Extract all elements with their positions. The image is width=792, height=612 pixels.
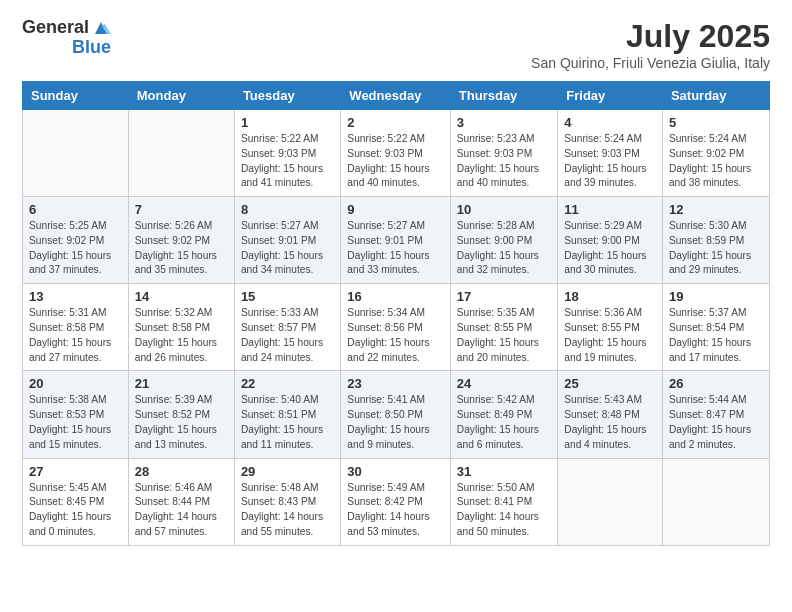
calendar-cell: 16Sunrise: 5:34 AMSunset: 8:56 PMDayligh…: [341, 284, 450, 371]
day-info: Sunrise: 5:41 AMSunset: 8:50 PMDaylight:…: [347, 393, 443, 452]
day-number: 14: [135, 289, 228, 304]
day-number: 20: [29, 376, 122, 391]
day-number: 24: [457, 376, 551, 391]
day-info: Sunrise: 5:43 AMSunset: 8:48 PMDaylight:…: [564, 393, 656, 452]
day-number: 31: [457, 464, 551, 479]
weekday-header-sunday: Sunday: [23, 82, 129, 110]
calendar-cell: 29Sunrise: 5:48 AMSunset: 8:43 PMDayligh…: [234, 458, 340, 545]
day-info: Sunrise: 5:34 AMSunset: 8:56 PMDaylight:…: [347, 306, 443, 365]
weekday-header-monday: Monday: [128, 82, 234, 110]
day-number: 16: [347, 289, 443, 304]
day-number: 15: [241, 289, 334, 304]
day-info: Sunrise: 5:29 AMSunset: 9:00 PMDaylight:…: [564, 219, 656, 278]
day-info: Sunrise: 5:32 AMSunset: 8:58 PMDaylight:…: [135, 306, 228, 365]
day-info: Sunrise: 5:24 AMSunset: 9:03 PMDaylight:…: [564, 132, 656, 191]
calendar-cell: 19Sunrise: 5:37 AMSunset: 8:54 PMDayligh…: [662, 284, 769, 371]
day-number: 23: [347, 376, 443, 391]
calendar-cell: 2Sunrise: 5:22 AMSunset: 9:03 PMDaylight…: [341, 110, 450, 197]
weekday-header-wednesday: Wednesday: [341, 82, 450, 110]
calendar-table: SundayMondayTuesdayWednesdayThursdayFrid…: [22, 81, 770, 546]
calendar-week-row: 20Sunrise: 5:38 AMSunset: 8:53 PMDayligh…: [23, 371, 770, 458]
day-info: Sunrise: 5:31 AMSunset: 8:58 PMDaylight:…: [29, 306, 122, 365]
calendar-cell: 27Sunrise: 5:45 AMSunset: 8:45 PMDayligh…: [23, 458, 129, 545]
calendar-header-row: SundayMondayTuesdayWednesdayThursdayFrid…: [23, 82, 770, 110]
logo-general: General: [22, 18, 111, 38]
day-number: 1: [241, 115, 334, 130]
calendar-cell: 1Sunrise: 5:22 AMSunset: 9:03 PMDaylight…: [234, 110, 340, 197]
day-info: Sunrise: 5:44 AMSunset: 8:47 PMDaylight:…: [669, 393, 763, 452]
day-info: Sunrise: 5:30 AMSunset: 8:59 PMDaylight:…: [669, 219, 763, 278]
day-info: Sunrise: 5:27 AMSunset: 9:01 PMDaylight:…: [241, 219, 334, 278]
calendar-week-row: 13Sunrise: 5:31 AMSunset: 8:58 PMDayligh…: [23, 284, 770, 371]
day-info: Sunrise: 5:33 AMSunset: 8:57 PMDaylight:…: [241, 306, 334, 365]
day-info: Sunrise: 5:27 AMSunset: 9:01 PMDaylight:…: [347, 219, 443, 278]
calendar-cell: 17Sunrise: 5:35 AMSunset: 8:55 PMDayligh…: [450, 284, 557, 371]
day-info: Sunrise: 5:23 AMSunset: 9:03 PMDaylight:…: [457, 132, 551, 191]
calendar-cell: 25Sunrise: 5:43 AMSunset: 8:48 PMDayligh…: [558, 371, 663, 458]
day-info: Sunrise: 5:50 AMSunset: 8:41 PMDaylight:…: [457, 481, 551, 540]
day-number: 13: [29, 289, 122, 304]
day-info: Sunrise: 5:39 AMSunset: 8:52 PMDaylight:…: [135, 393, 228, 452]
calendar-cell: 9Sunrise: 5:27 AMSunset: 9:01 PMDaylight…: [341, 197, 450, 284]
day-number: 5: [669, 115, 763, 130]
day-number: 18: [564, 289, 656, 304]
weekday-header-tuesday: Tuesday: [234, 82, 340, 110]
day-info: Sunrise: 5:48 AMSunset: 8:43 PMDaylight:…: [241, 481, 334, 540]
day-info: Sunrise: 5:37 AMSunset: 8:54 PMDaylight:…: [669, 306, 763, 365]
day-info: Sunrise: 5:45 AMSunset: 8:45 PMDaylight:…: [29, 481, 122, 540]
weekday-header-saturday: Saturday: [662, 82, 769, 110]
page-header: General Blue July 2025 San Quirino, Friu…: [10, 10, 782, 75]
day-info: Sunrise: 5:42 AMSunset: 8:49 PMDaylight:…: [457, 393, 551, 452]
location-subtitle: San Quirino, Friuli Venezia Giulia, Ital…: [531, 55, 770, 71]
calendar-cell: 30Sunrise: 5:49 AMSunset: 8:42 PMDayligh…: [341, 458, 450, 545]
day-number: 10: [457, 202, 551, 217]
calendar-cell: 7Sunrise: 5:26 AMSunset: 9:02 PMDaylight…: [128, 197, 234, 284]
day-number: 26: [669, 376, 763, 391]
calendar-cell: 22Sunrise: 5:40 AMSunset: 8:51 PMDayligh…: [234, 371, 340, 458]
day-number: 9: [347, 202, 443, 217]
day-number: 7: [135, 202, 228, 217]
day-info: Sunrise: 5:28 AMSunset: 9:00 PMDaylight:…: [457, 219, 551, 278]
day-info: Sunrise: 5:25 AMSunset: 9:02 PMDaylight:…: [29, 219, 122, 278]
day-info: Sunrise: 5:36 AMSunset: 8:55 PMDaylight:…: [564, 306, 656, 365]
day-number: 17: [457, 289, 551, 304]
logo-blue: Blue: [72, 38, 111, 58]
calendar-cell: [128, 110, 234, 197]
day-number: 4: [564, 115, 656, 130]
calendar-week-row: 1Sunrise: 5:22 AMSunset: 9:03 PMDaylight…: [23, 110, 770, 197]
day-number: 8: [241, 202, 334, 217]
day-number: 19: [669, 289, 763, 304]
day-info: Sunrise: 5:35 AMSunset: 8:55 PMDaylight:…: [457, 306, 551, 365]
day-number: 11: [564, 202, 656, 217]
calendar-cell: 4Sunrise: 5:24 AMSunset: 9:03 PMDaylight…: [558, 110, 663, 197]
calendar-week-row: 27Sunrise: 5:45 AMSunset: 8:45 PMDayligh…: [23, 458, 770, 545]
calendar-cell: 13Sunrise: 5:31 AMSunset: 8:58 PMDayligh…: [23, 284, 129, 371]
calendar-cell: 28Sunrise: 5:46 AMSunset: 8:44 PMDayligh…: [128, 458, 234, 545]
calendar-cell: 24Sunrise: 5:42 AMSunset: 8:49 PMDayligh…: [450, 371, 557, 458]
day-number: 27: [29, 464, 122, 479]
day-number: 12: [669, 202, 763, 217]
calendar-cell: 31Sunrise: 5:50 AMSunset: 8:41 PMDayligh…: [450, 458, 557, 545]
calendar-cell: 21Sunrise: 5:39 AMSunset: 8:52 PMDayligh…: [128, 371, 234, 458]
day-info: Sunrise: 5:26 AMSunset: 9:02 PMDaylight:…: [135, 219, 228, 278]
calendar-cell: 5Sunrise: 5:24 AMSunset: 9:02 PMDaylight…: [662, 110, 769, 197]
calendar-cell: [558, 458, 663, 545]
calendar-cell: 14Sunrise: 5:32 AMSunset: 8:58 PMDayligh…: [128, 284, 234, 371]
day-info: Sunrise: 5:22 AMSunset: 9:03 PMDaylight:…: [347, 132, 443, 191]
day-number: 3: [457, 115, 551, 130]
calendar-cell: 26Sunrise: 5:44 AMSunset: 8:47 PMDayligh…: [662, 371, 769, 458]
day-info: Sunrise: 5:22 AMSunset: 9:03 PMDaylight:…: [241, 132, 334, 191]
calendar-cell: 18Sunrise: 5:36 AMSunset: 8:55 PMDayligh…: [558, 284, 663, 371]
calendar-cell: 23Sunrise: 5:41 AMSunset: 8:50 PMDayligh…: [341, 371, 450, 458]
logo: General Blue: [22, 18, 111, 58]
calendar-cell: 10Sunrise: 5:28 AMSunset: 9:00 PMDayligh…: [450, 197, 557, 284]
day-info: Sunrise: 5:24 AMSunset: 9:02 PMDaylight:…: [669, 132, 763, 191]
day-number: 29: [241, 464, 334, 479]
calendar-week-row: 6Sunrise: 5:25 AMSunset: 9:02 PMDaylight…: [23, 197, 770, 284]
calendar-cell: 20Sunrise: 5:38 AMSunset: 8:53 PMDayligh…: [23, 371, 129, 458]
day-number: 30: [347, 464, 443, 479]
calendar-cell: 11Sunrise: 5:29 AMSunset: 9:00 PMDayligh…: [558, 197, 663, 284]
calendar-cell: 15Sunrise: 5:33 AMSunset: 8:57 PMDayligh…: [234, 284, 340, 371]
calendar-cell: 12Sunrise: 5:30 AMSunset: 8:59 PMDayligh…: [662, 197, 769, 284]
day-number: 25: [564, 376, 656, 391]
